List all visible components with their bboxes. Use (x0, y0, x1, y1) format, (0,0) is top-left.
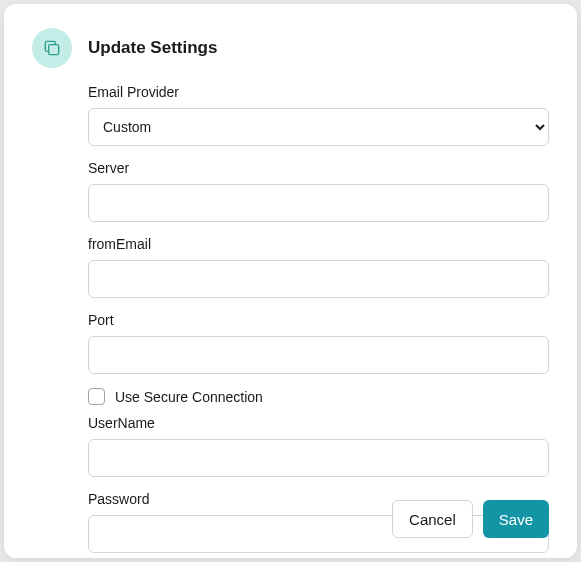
secure-connection-label: Use Secure Connection (115, 389, 263, 405)
from-email-label: fromEmail (88, 236, 549, 252)
field-username: UserName (88, 415, 549, 477)
form-body: Email Provider Custom Server fromEmail P… (88, 84, 549, 553)
update-settings-modal: Update Settings Email Provider Custom Se… (4, 4, 577, 558)
modal-footer: Cancel Save (392, 500, 549, 538)
port-label: Port (88, 312, 549, 328)
cancel-button[interactable]: Cancel (392, 500, 473, 538)
modal-title: Update Settings (88, 38, 217, 58)
server-input[interactable] (88, 184, 549, 222)
field-email-provider: Email Provider Custom (88, 84, 549, 146)
username-label: UserName (88, 415, 549, 431)
copy-icon (42, 38, 62, 58)
field-from-email: fromEmail (88, 236, 549, 298)
field-server: Server (88, 160, 549, 222)
port-input[interactable] (88, 336, 549, 374)
email-provider-select[interactable]: Custom (88, 108, 549, 146)
server-label: Server (88, 160, 549, 176)
svg-rect-0 (49, 45, 59, 55)
save-button[interactable]: Save (483, 500, 549, 538)
copy-icon-wrapper (32, 28, 72, 68)
username-input[interactable] (88, 439, 549, 477)
from-email-input[interactable] (88, 260, 549, 298)
modal-header: Update Settings (32, 28, 549, 68)
field-secure-connection: Use Secure Connection (88, 388, 549, 405)
secure-connection-checkbox[interactable] (88, 388, 105, 405)
email-provider-label: Email Provider (88, 84, 549, 100)
field-port: Port (88, 312, 549, 374)
